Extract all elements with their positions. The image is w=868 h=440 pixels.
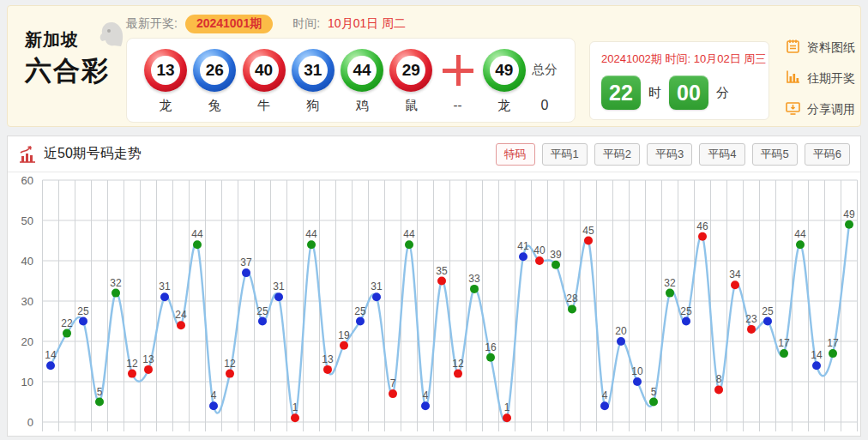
svg-text:44: 44	[191, 228, 203, 240]
issue-badge: 20241001期	[185, 15, 273, 33]
plus-icon	[443, 55, 473, 86]
zodiac-label: 鸡	[356, 98, 369, 112]
ball-number: 13	[151, 56, 180, 85]
svg-text:40: 40	[21, 255, 33, 268]
trend-header: 近50期号码走势 特码平码1平码2平码3平码4平码5平码6	[8, 136, 860, 172]
total-label: 总分	[532, 49, 558, 92]
data-point	[535, 256, 544, 265]
svg-text:37: 37	[240, 256, 252, 268]
trend-title-wrap: 近50期号码走势	[18, 145, 142, 164]
data-point	[46, 361, 55, 370]
time-value: 10月01日 周二	[328, 16, 406, 32]
svg-text:5: 5	[97, 386, 103, 398]
plus-column: --	[439, 49, 477, 112]
data-point	[454, 370, 462, 378]
data-point	[812, 361, 821, 370]
data-point	[340, 341, 348, 350]
data-point	[617, 337, 625, 346]
svg-text:1: 1	[292, 401, 298, 413]
link-item-history[interactable]: 往期开奖	[785, 69, 855, 88]
ball-number: 29	[396, 56, 425, 85]
svg-text:10: 10	[21, 376, 33, 389]
ball-column: 26兔	[193, 49, 236, 112]
data-point	[63, 329, 71, 338]
svg-text:13: 13	[322, 353, 334, 365]
merlion-icon	[97, 20, 126, 49]
link-item-datasheet[interactable]: 资料图纸	[785, 38, 855, 57]
svg-text:33: 33	[468, 273, 480, 285]
next-draw-line: 20241002期 时间: 10月02日 周三	[601, 51, 757, 67]
time-label: 时间:	[292, 16, 320, 32]
data-point	[242, 268, 250, 277]
total-value: 0	[541, 98, 549, 112]
tab-normal-number-1[interactable]: 平码1	[542, 143, 588, 166]
svg-text:25: 25	[256, 305, 268, 317]
data-point	[649, 398, 658, 407]
svg-text:50: 50	[21, 214, 33, 227]
barchart-icon	[785, 69, 801, 88]
data-point	[763, 317, 772, 326]
data-point	[470, 285, 479, 293]
minute-unit: 分	[716, 85, 729, 101]
next-issue: 20241002期	[601, 52, 662, 65]
data-point	[177, 321, 185, 329]
svg-text:49: 49	[843, 208, 855, 220]
data-point	[568, 304, 576, 313]
trend-panel: 近50期号码走势 特码平码1平码2平码3平码4平码5平码6 0102030405…	[7, 136, 861, 437]
data-point	[845, 220, 853, 229]
data-point	[519, 252, 527, 261]
logo-line2: 六合彩	[25, 53, 121, 89]
ball-column: 44鸡	[341, 49, 383, 112]
data-point	[747, 325, 756, 334]
lottery-ball-blue: 26	[193, 49, 236, 92]
data-point	[633, 377, 642, 386]
ball-box: 13龙26兔40牛31狗44鸡29鼠--49龙总分0	[126, 38, 576, 123]
svg-text:17: 17	[827, 337, 839, 349]
data-point	[95, 398, 104, 407]
data-point	[780, 349, 788, 358]
special-ball-column: 49龙	[483, 49, 526, 112]
ball-number: 44	[347, 56, 377, 85]
svg-text:30: 30	[21, 295, 33, 308]
svg-text:32: 32	[110, 277, 122, 289]
trend-title: 近50期号码走势	[44, 145, 142, 163]
ball-number: 26	[200, 56, 229, 85]
lottery-ball-red: 13	[144, 49, 187, 92]
data-point	[486, 353, 495, 362]
tab-normal-number-4[interactable]: 平码4	[699, 143, 744, 166]
data-point	[600, 401, 609, 410]
link-label: 资料图纸	[807, 40, 855, 56]
link-label: 分享调用	[807, 102, 855, 118]
lottery-ball-red: 40	[243, 49, 286, 92]
svg-text:20: 20	[21, 335, 33, 348]
svg-text:45: 45	[582, 225, 594, 237]
svg-text:35: 35	[436, 265, 448, 277]
data-point	[226, 370, 234, 378]
data-point	[584, 237, 593, 245]
tab-normal-number-5[interactable]: 平码5	[752, 143, 798, 166]
link-item-share[interactable]: 分享调用	[785, 99, 855, 119]
trend-line-chart: 0102030405060142225532121331244441237253…	[8, 173, 860, 436]
svg-text:17: 17	[778, 337, 790, 349]
tab-normal-number-2[interactable]: 平码2	[594, 143, 640, 166]
tab-special-number[interactable]: 特码	[496, 143, 535, 166]
data-point	[714, 385, 723, 394]
tab-normal-number-6[interactable]: 平码6	[805, 143, 850, 166]
zodiac-label: 龙	[497, 98, 510, 112]
svg-text:40: 40	[533, 244, 546, 256]
hour-unit: 时	[648, 85, 661, 101]
svg-text:0: 0	[27, 416, 33, 429]
next-time-label: 时间:	[665, 52, 690, 65]
total-column: 总分0	[532, 49, 558, 112]
data-point	[421, 401, 430, 410]
tab-normal-number-3[interactable]: 平码3	[647, 143, 692, 166]
lottery-ball-green: 44	[341, 49, 383, 92]
data-point	[291, 413, 299, 422]
svg-text:16: 16	[485, 341, 497, 353]
data-point	[796, 240, 805, 249]
lottery-ball-red: 29	[389, 49, 432, 92]
svg-text:46: 46	[696, 220, 708, 232]
svg-text:14: 14	[811, 349, 823, 361]
svg-text:28: 28	[566, 292, 578, 304]
zodiac-label: 牛	[257, 98, 270, 112]
